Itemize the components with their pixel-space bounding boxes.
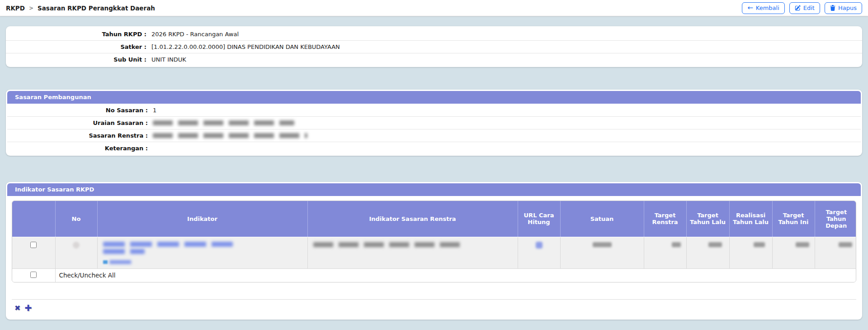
redacted-number (672, 242, 681, 247)
col-realisasi-tahun-lalu: Realisasi Tahun Lalu (729, 201, 772, 237)
col-target-tahun-lalu: Target Tahun Lalu (686, 201, 729, 237)
add-indicator-icon[interactable]: ✚ (24, 304, 32, 312)
top-toolbar: RKPD > Sasaran RKPD Perangkkat Daerah ← … (0, 0, 868, 16)
indikator-table-container: No Indikator Indikator Sasaran Renstra U… (12, 201, 856, 282)
rkpd-info-panel: Tahun RKPD : 2026 RKPD - Rancangan Awal … (6, 26, 862, 67)
url-link-icon-redacted[interactable] (536, 242, 542, 249)
row-tahun-rkpd: Tahun RKPD : 2026 RKPD - Rancangan Awal (6, 28, 862, 40)
redacted-number (839, 242, 852, 247)
row-target-tahun-lalu-cell (686, 237, 729, 268)
redacted-link-text[interactable] (103, 249, 145, 254)
row-target-tahun-ini-cell (772, 237, 815, 268)
uraian-sasaran-value-redacted (153, 120, 861, 125)
delete-button[interactable]: Hapus (825, 2, 862, 14)
col-target-tahun-depan: Target Tahun Depan (815, 201, 856, 237)
edit-button[interactable]: Edit (789, 2, 820, 14)
row-keterangan: Keterangan : (7, 142, 861, 154)
col-no: No (55, 201, 97, 237)
row-checkbox[interactable] (30, 242, 37, 248)
row-realisasi-tahun-lalu-cell (729, 237, 772, 268)
mini-edit-icon (103, 260, 108, 264)
redacted-text (593, 242, 612, 247)
col-select (12, 201, 55, 237)
redacted-number (708, 242, 722, 247)
row-no-cell (55, 237, 97, 268)
satker-value: [1.01.2.22.0.00.02.0000] DINAS PENDIDIKA… (151, 43, 862, 50)
row-url-cara-hitung-cell (518, 237, 560, 268)
redacted-link-text[interactable] (103, 242, 233, 247)
indikator-sasaran-panel: Indikator Sasaran RKPD No Indikator Indi… (6, 182, 862, 320)
row-radio-redacted[interactable] (73, 242, 80, 249)
row-satuan-cell (560, 237, 644, 268)
sub-unit-label: Sub Unit : (6, 56, 151, 63)
redacted-number (796, 242, 809, 247)
indikator-table: No Indikator Indikator Sasaran Renstra U… (12, 201, 856, 282)
breadcrumb-current: Sasaran RKPD Perangkkat Daerah (38, 5, 155, 12)
arrow-left-icon: ← (747, 5, 753, 11)
no-sasaran-value: 1 (153, 107, 861, 114)
tahun-rkpd-value: 2026 RKPD - Rancangan Awal (151, 31, 862, 38)
col-satuan: Satuan (560, 201, 644, 237)
row-sasaran-renstra: Sasaran Renstra : (7, 129, 861, 142)
uraian-sasaran-label: Uraian Sasaran : (7, 120, 153, 126)
redacted-mini-link[interactable] (109, 260, 135, 264)
row-uraian-sasaran: Uraian Sasaran : (7, 116, 861, 129)
keterangan-label: Keterangan : (7, 145, 153, 152)
check-all-checkbox[interactable] (30, 272, 37, 278)
col-target-tahun-ini: Target Tahun Ini (772, 201, 815, 237)
edit-pencil-icon (795, 5, 801, 11)
row-satker: Satker : [1.01.2.22.0.00.02.0000] DINAS … (6, 40, 862, 53)
check-uncheck-all-label: Check/Uncheck All (59, 272, 116, 279)
col-target-renstra: Target Renstra (644, 201, 686, 237)
redacted-text (153, 120, 294, 125)
tahun-rkpd-label: Tahun RKPD : (6, 31, 151, 38)
row-indikator-renstra-cell (307, 237, 518, 268)
col-indikator-sasaran-renstra: Indikator Sasaran Renstra (307, 201, 518, 237)
row-target-renstra-cell (644, 237, 686, 268)
row-select-cell (12, 237, 55, 268)
table-header-row: No Indikator Indikator Sasaran Renstra U… (12, 201, 856, 237)
row-no-sasaran: No Sasaran : 1 (7, 104, 861, 116)
row-sub-unit: Sub Unit : UNIT INDUK (6, 53, 862, 66)
sasaran-pembangunan-header: Sasaran Pembangunan (7, 91, 861, 104)
sasaran-renstra-label: Sasaran Renstra : (7, 132, 153, 139)
redacted-number (754, 242, 765, 247)
redacted-text (153, 133, 307, 138)
indikator-sasaran-header: Indikator Sasaran RKPD (7, 183, 861, 196)
table-actions: ✖ ✚ (7, 300, 861, 318)
col-indikator: Indikator (97, 201, 307, 237)
breadcrumb-root[interactable]: RKPD (6, 5, 25, 12)
table-row (12, 237, 856, 268)
sub-unit-value: UNIT INDUK (151, 56, 862, 63)
redacted-text (313, 242, 463, 247)
check-all-row: Check/Uncheck All (12, 268, 856, 282)
col-url-cara-hitung: URL Cara Hitung (518, 201, 560, 237)
check-all-label-cell: Check/Uncheck All (55, 268, 856, 282)
row-target-tahun-depan-cell (815, 237, 856, 268)
breadcrumb: RKPD > Sasaran RKPD Perangkkat Daerah (6, 5, 155, 12)
check-all-cell (12, 268, 55, 282)
row-indikator-cell (97, 237, 307, 268)
no-sasaran-label: No Sasaran : (7, 107, 153, 114)
sasaran-pembangunan-panel: Sasaran Pembangunan No Sasaran : 1 Uraia… (6, 90, 862, 156)
back-button[interactable]: ← Kembali (742, 2, 785, 14)
remove-indicator-icon[interactable]: ✖ (14, 305, 20, 312)
breadcrumb-separator: > (29, 5, 33, 11)
toolbar-buttons: ← Kembali Edit Hapus (742, 2, 862, 14)
sasaran-renstra-value-redacted (153, 133, 861, 138)
satker-label: Satker : (6, 43, 151, 50)
trash-icon (830, 5, 835, 11)
